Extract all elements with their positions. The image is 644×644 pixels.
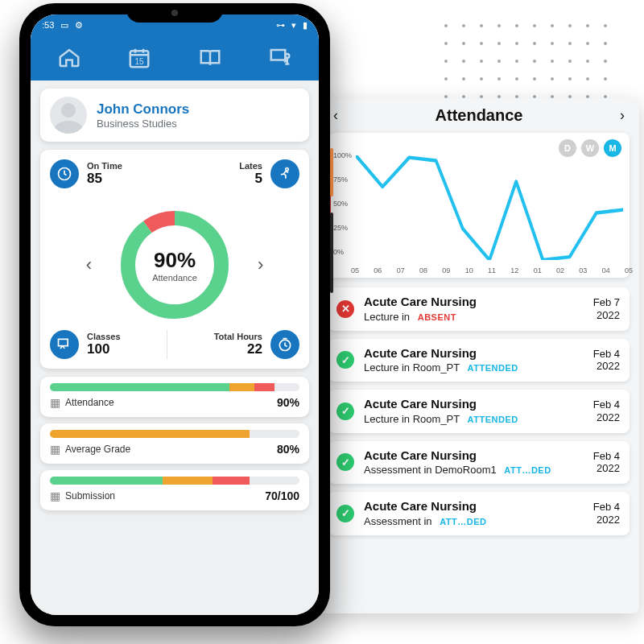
record-tag: ATT…DED	[440, 517, 486, 526]
chip-m[interactable]: M	[604, 139, 621, 157]
teacher-icon[interactable]	[263, 43, 297, 73]
chip-w[interactable]: W	[581, 139, 599, 157]
student-name: John Connors	[97, 101, 189, 118]
next-icon[interactable]: ›	[620, 107, 625, 124]
record-sub: Assessment in DemoRoom1 ATT…DED	[364, 464, 565, 476]
clock: :53	[42, 20, 54, 30]
record-date: Feb 42022	[575, 398, 620, 423]
clock-icon	[50, 159, 79, 188]
tab-bar: 15	[31, 35, 319, 80]
chart-plot	[356, 155, 623, 260]
book-icon[interactable]	[193, 43, 227, 73]
running-icon	[270, 159, 299, 188]
next-chart[interactable]: ›	[258, 254, 263, 275]
record-tag: ATTENDED	[468, 415, 518, 424]
attendance-record[interactable]: ✓Acute Care NursingAssessment in ATT…DED…	[328, 492, 630, 535]
period-chips: D W M	[559, 139, 621, 157]
student-course: Business Studies	[97, 118, 189, 130]
record-title: Acute Care Nursing	[364, 398, 565, 411]
bar-icon: ▦	[50, 443, 60, 456]
svg-text:15: 15	[135, 57, 145, 66]
bar-value: 80%	[277, 443, 299, 456]
record-date: Feb 42022	[575, 501, 620, 526]
battery-icon: ▭	[60, 20, 68, 31]
avatar	[50, 97, 87, 134]
panel-title: Attendance	[436, 106, 523, 125]
hours-value: 22	[214, 341, 262, 357]
donut-label: Attendance	[152, 273, 197, 283]
prev-chart[interactable]: ‹	[86, 254, 92, 275]
attendance-donut: 90% Attendance	[114, 204, 235, 325]
svg-rect-9	[59, 339, 68, 345]
timer-icon	[270, 330, 299, 359]
bar-label: ▦Attendance	[50, 396, 114, 409]
vpn-icon: ⊶	[276, 20, 285, 31]
bar-card: ▦Submission70/100	[40, 470, 309, 510]
bar-value: 90%	[277, 396, 299, 409]
record-title: Acute Care Nursing	[364, 449, 565, 463]
attendance-record[interactable]: ✓Acute Care NursingLecture in Room_PT AT…	[328, 390, 630, 433]
lates-label: Lates	[239, 161, 262, 171]
summary-card: On Time 85 Lates 5 ‹	[40, 150, 309, 369]
progress-bars: ▦Attendance90%▦Average Grade80%▦Submissi…	[40, 377, 309, 510]
record-tag: ATTENDED	[468, 363, 518, 373]
gear-icon: ⚙	[75, 20, 83, 31]
board-icon	[50, 330, 79, 359]
attendance-records: ✕Acute Care NursingLecture in ABSENTFeb …	[319, 286, 639, 553]
record-title: Acute Care Nursing	[364, 347, 565, 361]
volume-button	[330, 213, 333, 293]
record-title: Acute Care Nursing	[364, 500, 565, 514]
wifi-icon: ▾	[291, 20, 296, 31]
svg-point-5	[286, 168, 288, 171]
attendance-record[interactable]: ✓Acute Care NursingAssessment in DemoRoo…	[328, 441, 630, 485]
record-date: Feb 42022	[575, 348, 620, 373]
profile-card: John Connors Business Studies	[40, 89, 309, 142]
chip-d[interactable]: D	[559, 139, 576, 157]
classes-label: Classes	[87, 332, 121, 341]
power-button	[330, 148, 333, 196]
home-icon[interactable]	[52, 43, 86, 73]
attendance-panel: ‹ Attendance › D W M 100%75%50%25%0% 050…	[319, 98, 639, 613]
bar-card: ▦Average Grade80%	[40, 423, 309, 464]
check-icon: ✓	[336, 453, 354, 471]
record-tag: ATT…DED	[504, 465, 551, 475]
device-camera	[171, 10, 178, 16]
attendance-record[interactable]: ✓Acute Care NursingLecture in Room_PT AT…	[328, 339, 630, 382]
record-date: Feb 72022	[575, 296, 620, 321]
svg-point-3	[286, 54, 290, 58]
calendar-icon[interactable]: 15	[122, 43, 156, 73]
record-tag: ABSENT	[418, 312, 456, 322]
signal-icon: ▮	[303, 20, 308, 31]
hours-label: Total Hours	[214, 332, 262, 341]
attendance-record[interactable]: ✕Acute Care NursingLecture in ABSENTFeb …	[328, 287, 630, 331]
check-icon: ✓	[336, 402, 354, 420]
bar-value: 70/100	[265, 489, 299, 502]
record-sub: Assessment in ATT…DED	[364, 515, 565, 527]
record-date: Feb 42022	[575, 450, 620, 475]
attendance-chart: D W M 100%75%50%25%0% 050607080910111201…	[328, 133, 630, 278]
record-sub: Lecture in ABSENT	[364, 311, 565, 323]
svg-rect-2	[271, 50, 286, 60]
record-title: Acute Care Nursing	[364, 295, 565, 309]
bar-icon: ▦	[50, 489, 60, 502]
ontime-label: On Time	[87, 161, 122, 171]
classes-value: 100	[87, 341, 121, 357]
ontime-value: 85	[87, 171, 122, 187]
bar-label: ▦Submission	[50, 489, 115, 502]
phone-screen: :53 ▭ ⚙ ⊶ ▾ ▮ 15 John Connors Business S…	[31, 14, 319, 615]
close-icon: ✕	[336, 300, 354, 318]
lates-value: 5	[239, 171, 262, 187]
record-sub: Lecture in Room_PT ATTENDED	[364, 413, 565, 425]
check-icon: ✓	[336, 351, 354, 369]
device-frame: :53 ▭ ⚙ ⊶ ▾ ▮ 15 John Connors Business S…	[19, 3, 330, 626]
check-icon: ✓	[336, 505, 354, 522]
prev-icon[interactable]: ‹	[333, 107, 338, 124]
bar-label: ▦Average Grade	[50, 443, 130, 456]
record-sub: Lecture in Room_PT ATTENDED	[364, 361, 565, 374]
bar-card: ▦Attendance90%	[40, 377, 309, 417]
bar-icon: ▦	[50, 396, 60, 409]
donut-percent: 90%	[154, 248, 196, 273]
